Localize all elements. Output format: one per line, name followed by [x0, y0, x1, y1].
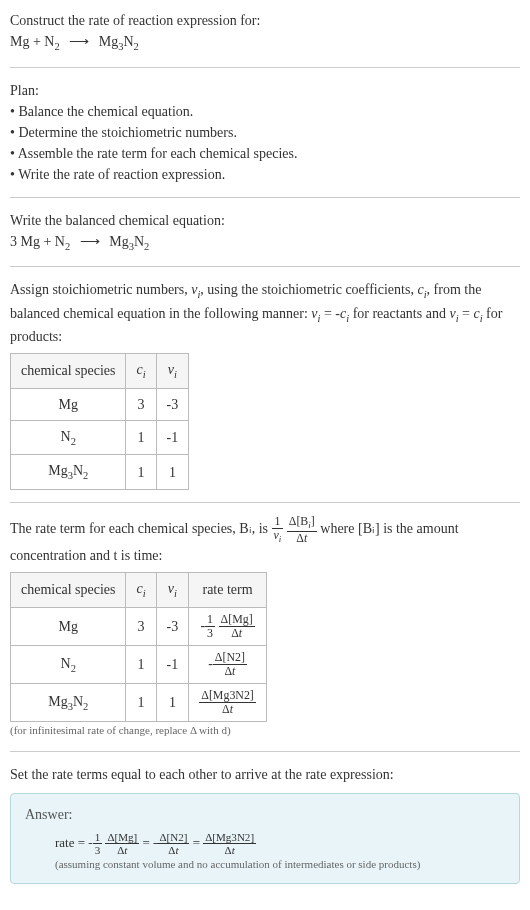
col-species: chemical species [11, 354, 126, 389]
col-vi: νi [156, 354, 189, 389]
final-section: Set the rate terms equal to each other t… [10, 764, 520, 884]
ci-cell: 1 [126, 645, 156, 683]
rate-cell: -Δ[N2]Δt [189, 645, 267, 683]
table-row: Mg3N2 1 1 [11, 455, 189, 490]
plan-title: Plan: [10, 80, 520, 101]
header-section: Construct the rate of reaction expressio… [10, 10, 520, 68]
infinitesimal-note: (for infinitesimal rate of change, repla… [10, 722, 520, 739]
col-ci: ci [126, 354, 156, 389]
final-intro: Set the rate terms equal to each other t… [10, 764, 520, 785]
rate-cell: Δ[Mg3N2]Δt [189, 684, 267, 722]
table-row: N2 1 -1 -Δ[N2]Δt [11, 645, 267, 683]
table-row: Mg 3 -3 -13 Δ[Mg]Δt [11, 607, 267, 645]
table-row: Mg3N2 1 1 Δ[Mg3N2]Δt [11, 684, 267, 722]
stoich-table: chemical species ci νi Mg 3 -3 N2 1 -1 M… [10, 353, 189, 490]
answer-label: Answer: [25, 804, 505, 825]
ci-cell: 1 [126, 455, 156, 490]
species-cell: Mg [11, 388, 126, 420]
frac-dBi-dt: Δ[Bi]Δt [287, 515, 317, 545]
col-vi: νi [156, 573, 189, 608]
rate-term-section: The rate term for each chemical species,… [10, 515, 520, 752]
assign-section: Assign stoichiometric numbers, νi, using… [10, 279, 520, 503]
col-species: chemical species [11, 573, 126, 608]
assumption-note: (assuming constant volume and no accumul… [55, 856, 505, 873]
ci-cell: 3 [126, 388, 156, 420]
table-row: N2 1 -1 [11, 420, 189, 455]
ci-cell: 1 [126, 420, 156, 455]
plan-bullet-1: • Balance the chemical equation. [10, 101, 520, 122]
ci-cell: 3 [126, 607, 156, 645]
plan-section: Plan: • Balance the chemical equation. •… [10, 80, 520, 198]
rate-term-table: chemical species ci νi rate term Mg 3 -3… [10, 572, 267, 722]
frac-one-over-vi: 1νi [272, 515, 284, 545]
vi-cell: 1 [156, 684, 189, 722]
balanced-equation: 3 Mg + N2 ⟶ Mg3N2 [10, 231, 520, 255]
assign-text: Assign stoichiometric numbers, νi, using… [10, 279, 520, 347]
table-header-row: chemical species ci νi [11, 354, 189, 389]
vi-cell: -3 [156, 388, 189, 420]
col-rate-term: rate term [189, 573, 267, 608]
plan-bullet-3: • Assemble the rate term for each chemic… [10, 143, 520, 164]
species-cell: N2 [11, 420, 126, 455]
species-cell: N2 [11, 645, 126, 683]
balanced-section: Write the balanced chemical equation: 3 … [10, 210, 520, 268]
table-header-row: chemical species ci νi rate term [11, 573, 267, 608]
construct-prompt: Construct the rate of reaction expressio… [10, 10, 520, 31]
species-cell: Mg3N2 [11, 455, 126, 490]
rate-expression: rate = -13 Δ[Mg]Δt = -Δ[N2]Δt = Δ[Mg3N2]… [55, 831, 505, 856]
plan-bullet-2: • Determine the stoichiometric numbers. [10, 122, 520, 143]
species-cell: Mg [11, 607, 126, 645]
balanced-intro: Write the balanced chemical equation: [10, 210, 520, 231]
species-cell: Mg3N2 [11, 684, 126, 722]
vi-cell: -1 [156, 645, 189, 683]
rate-cell: -13 Δ[Mg]Δt [189, 607, 267, 645]
ci-cell: 1 [126, 684, 156, 722]
plan-bullet-4: • Write the rate of reaction expression. [10, 164, 520, 185]
answer-box: Answer: rate = -13 Δ[Mg]Δt = -Δ[N2]Δt = … [10, 793, 520, 884]
vi-cell: -3 [156, 607, 189, 645]
vi-cell: -1 [156, 420, 189, 455]
unbalanced-equation: Mg + N2 ⟶ Mg3N2 [10, 31, 520, 55]
vi-cell: 1 [156, 455, 189, 490]
col-ci: ci [126, 573, 156, 608]
rate-term-text: The rate term for each chemical species,… [10, 515, 520, 566]
table-row: Mg 3 -3 [11, 388, 189, 420]
